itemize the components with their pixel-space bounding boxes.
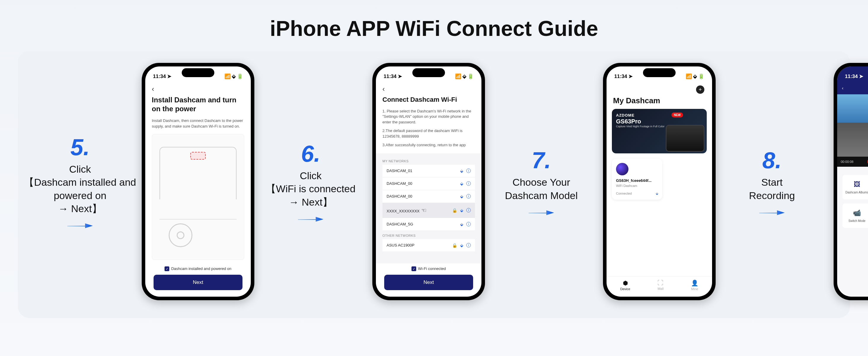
wifi-icon: ⬙	[460, 243, 463, 248]
card-name: GS63H_fceee644f...	[616, 178, 658, 183]
card-status: Connected	[616, 191, 632, 196]
my-dashcam-title: My Dashcam	[612, 95, 707, 109]
location-icon: ➤	[859, 73, 863, 79]
pointer-icon: ☜	[421, 207, 427, 214]
screen5-body: Install Dashcam, then connect Dashcam to…	[152, 118, 244, 129]
bottom-nav: ⬢Device ⛶Mall 👤Mine	[607, 276, 712, 297]
phone-mock-5: 11:34 ➤ 📶⬙🔋 ‹ Install Dashcam and turn o…	[142, 63, 254, 300]
other-networks-label: OTHER NETWORKS	[382, 234, 475, 237]
tile-albums[interactable]: 🖼Dashcam Albums	[842, 175, 868, 199]
wifi-icon: ⬙	[460, 169, 463, 173]
step7-number: 7.	[485, 147, 598, 174]
location-icon: ➤	[167, 73, 172, 79]
battery-icon: 🔋	[698, 73, 704, 79]
live-preview[interactable]	[837, 94, 868, 157]
status-bar: 11:34 ➤ 📶⬙🔋	[837, 66, 868, 81]
step8-caption: 8. Start Recording	[716, 147, 828, 216]
add-device-button[interactable]: +	[696, 85, 704, 94]
device-icon: ⬢	[620, 279, 630, 287]
wifi-icon: ⬙	[656, 191, 658, 196]
new-badge: NEW	[672, 113, 683, 117]
info-icon[interactable]: i	[466, 181, 471, 186]
user-icon: 👤	[691, 279, 699, 287]
checkbox-installed[interactable]: Dashcam installed and powered on	[152, 266, 244, 271]
phone-mock-7: 11:34 ➤ 📶⬙🔋 + My Dashcam AZDOME GS63Pro …	[603, 63, 716, 300]
action-grid: 🖼Dashcam Albums ●Recording 🎤Audio Record…	[837, 167, 868, 236]
step7-text: Choose Your Dashcam Model	[485, 176, 598, 202]
step-6: 6. Click 【WiFi is connected → Next】 11:3…	[254, 63, 485, 300]
signal-icon: 📶	[224, 73, 230, 79]
signal-icon: 📶	[455, 73, 461, 79]
nav-mall[interactable]: ⛶Mall	[657, 279, 663, 291]
screen6-body2: 2.The default password of the dashcam Wi…	[382, 128, 475, 140]
banner-model: GS63Pro	[616, 118, 703, 125]
battery-icon: 🔋	[467, 73, 474, 79]
lock-icon: 🔒	[452, 243, 457, 248]
my-networks-label: MY NETWORKS	[382, 159, 475, 163]
checkbox-wifi-connected[interactable]: Wi-Fi connected	[382, 266, 475, 271]
lock-icon: 🔒	[452, 208, 457, 213]
network-row[interactable]: DASHCAM_00⬙i	[382, 177, 475, 190]
network-row-selected[interactable]: XXXX_XXXXXXXX☜🔒⬙i	[382, 203, 475, 218]
arrow-icon	[24, 220, 136, 229]
rec-timer: 00:00:08	[841, 160, 854, 164]
app-header: ‹ GS63H ⚙	[837, 81, 868, 94]
network-row[interactable]: ASUS AC1900P🔒⬙i	[382, 239, 475, 252]
wifi-icon: ⬙	[460, 208, 463, 213]
screen5-heading: Install Dashcam and turn on the power	[152, 95, 244, 113]
nav-mine[interactable]: 👤Mine	[691, 279, 699, 291]
location-icon: ➤	[628, 73, 632, 79]
dashcam-card[interactable]: GS63H_fceee644f... WiFi Dashcam Connecte…	[612, 159, 662, 200]
step6-text: Click 【WiFi is connected → Next】	[254, 169, 367, 209]
nav-device[interactable]: ⬢Device	[620, 279, 630, 291]
promo-banner[interactable]: AZDOME GS63Pro Capture Vivid Night Foota…	[612, 109, 707, 153]
dynamic-island	[412, 68, 445, 77]
tile-switch-mode[interactable]: 📹Switch Mode	[842, 204, 868, 228]
step6-caption: 6. Click 【WiFi is connected → Next】	[254, 140, 367, 223]
phone-mock-6: 11:34 ➤ 📶⬙🔋 ‹ Connect Dashcam Wi-Fi 1. P…	[372, 63, 485, 300]
info-icon[interactable]: i	[466, 169, 471, 173]
banner-brand: AZDOME	[616, 113, 703, 117]
step6-number: 6.	[254, 140, 367, 167]
network-row[interactable]: DASHCAM_00⬙i	[382, 190, 475, 203]
wifi-icon: ⬙	[460, 194, 463, 199]
step5-number: 5.	[24, 134, 136, 161]
wifi-icon: ⬙	[462, 73, 466, 79]
dynamic-island	[182, 68, 214, 77]
wifi-icon: ⬙	[232, 73, 236, 79]
dash-illustration	[152, 134, 244, 260]
info-icon[interactable]: i	[466, 194, 471, 199]
steps-panel: 5. Click 【Dashcam installed and powered …	[18, 51, 850, 318]
next-button[interactable]: Next	[154, 275, 243, 290]
arrow-icon	[254, 214, 367, 223]
card-sub: WiFi Dashcam	[616, 184, 658, 187]
arrow-icon	[485, 207, 598, 216]
info-icon[interactable]: i	[466, 208, 471, 212]
info-icon[interactable]: i	[466, 243, 471, 247]
page-title: iPhone APP WiFi Connect Guide	[0, 0, 868, 51]
dynamic-island	[643, 68, 676, 77]
albums-icon: 🖼	[854, 181, 860, 188]
arrow-icon	[716, 207, 828, 216]
back-button[interactable]: ‹	[382, 85, 475, 93]
step8-number: 8.	[716, 147, 828, 174]
step5-text: Click 【Dashcam installed and powered on …	[24, 162, 136, 215]
location-icon: ➤	[398, 73, 402, 79]
phone-mock-8: 11:34 ➤ 📶⬙🔋 ‹ GS63H ⚙ 00:00:08 📷 1920*10…	[834, 63, 868, 300]
network-row[interactable]: DASHCAM_5G⬙i	[382, 218, 475, 231]
network-row[interactable]: DASHCAM_01⬙i	[382, 165, 475, 177]
back-button[interactable]: ‹	[842, 85, 843, 90]
record-bar: 00:00:08 📷 1920*1080 30fps ⛶	[837, 157, 868, 167]
signal-icon: 📶	[686, 73, 692, 79]
next-button[interactable]: Next	[384, 275, 473, 290]
wifi-icon: ⬙	[693, 73, 697, 79]
screen6-body1: 1. Please select the Dashcam's Wi-Fi net…	[382, 109, 475, 125]
mall-icon: ⛶	[657, 279, 663, 286]
back-button[interactable]: ‹	[152, 85, 244, 93]
step-8: 8. Start Recording 11:34 ➤ 📶⬙🔋 ‹ GS63H ⚙…	[716, 63, 868, 300]
step5-caption: 5. Click 【Dashcam installed and powered …	[24, 134, 136, 229]
info-icon[interactable]: i	[466, 222, 471, 226]
lens-icon	[616, 163, 628, 175]
step8-text: Start Recording	[716, 176, 828, 202]
screen6-body3: 3.After successfully connecting, return …	[382, 142, 475, 148]
